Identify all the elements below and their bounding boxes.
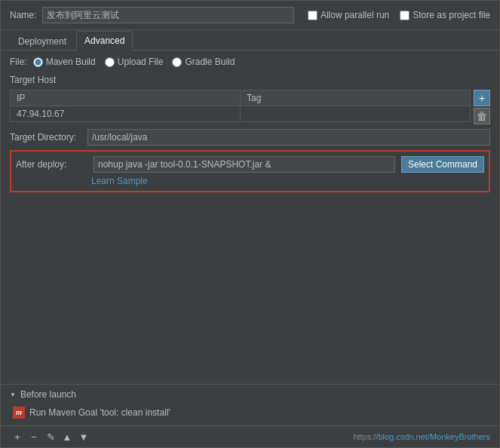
after-deploy-row: After deploy: Select Command [16, 156, 484, 173]
table-buttons: + 🗑 [474, 90, 490, 124]
upload-file-radio[interactable]: Upload File [105, 57, 164, 67]
add-button[interactable]: + [10, 429, 25, 444]
host-table-wrapper: IP Tag 47.94.10.67 + 🗑 [10, 90, 490, 124]
down-button[interactable]: ▼ [76, 429, 91, 444]
store-project-label: Store as project file [413, 10, 490, 20]
header-row: Name: Allow parallel run Store as projec… [1, 1, 499, 30]
store-project-checkbox[interactable]: Store as project file [400, 10, 490, 20]
delete-icon: 🗑 [477, 111, 487, 121]
allow-parallel-input[interactable] [308, 11, 317, 20]
before-launch-section: ▼ Before launch m Run Maven Goal 'tool: … [1, 384, 499, 425]
maven-icon: m [13, 407, 25, 419]
maven-build-label: Maven Build [46, 57, 96, 67]
target-directory-row: Target Directory: [10, 129, 490, 146]
table-header: IP Tag [11, 91, 470, 106]
tab-deployment[interactable]: Deployment [10, 32, 75, 51]
after-deploy-input[interactable] [94, 156, 395, 173]
upload-file-label: Upload File [118, 57, 164, 67]
tab-advanced[interactable]: Advanced [76, 31, 133, 51]
after-deploy-label: After deploy: [16, 159, 87, 170]
select-command-button[interactable]: Select Command [401, 156, 484, 173]
edit-button[interactable]: ✎ [43, 429, 58, 444]
run-configuration-dialog: Name: Allow parallel run Store as projec… [0, 0, 500, 448]
watermark: https://blog.csdn.net/MonkeyBrothers [353, 432, 490, 441]
name-label: Name: [10, 10, 36, 20]
name-input[interactable] [42, 7, 294, 23]
remove-button[interactable]: − [26, 429, 41, 444]
before-launch-item: m Run Maven Goal 'tool: clean install' [10, 404, 490, 421]
target-host-table: IP Tag 47.94.10.67 [10, 90, 471, 122]
header-checkboxes: Allow parallel run Store as project file [308, 10, 490, 20]
bottom-buttons: + − ✎ ▲ ▼ [10, 429, 91, 444]
tabs-row: Deployment Advanced [1, 30, 499, 51]
gradle-build-radio[interactable]: Gradle Build [172, 57, 235, 67]
bottom-toolbar: + − ✎ ▲ ▼ https://blog.csdn.net/MonkeyBr… [1, 425, 499, 447]
ip-column-header: IP [11, 91, 241, 106]
add-host-button[interactable]: + [474, 90, 490, 106]
before-launch-title: Before launch [20, 389, 76, 400]
collapse-icon: ▼ [10, 391, 16, 398]
tag-cell[interactable] [241, 106, 470, 121]
target-directory-label: Target Directory: [10, 132, 81, 143]
after-deploy-section: After deploy: Select Command Learn Sampl… [10, 150, 490, 192]
target-host-title: Target Host [10, 75, 490, 85]
maven-build-radio[interactable]: Maven Build [33, 57, 96, 67]
ip-cell[interactable]: 47.94.10.67 [11, 106, 241, 121]
learn-sample-link[interactable]: Learn Sample [91, 176, 484, 186]
main-content: File: Maven Build Upload File Gradle Bui… [1, 51, 499, 384]
spacer [10, 197, 490, 378]
target-directory-input[interactable] [87, 129, 490, 146]
gradle-build-label: Gradle Build [185, 57, 235, 67]
table-body: 47.94.10.67 [11, 106, 470, 121]
delete-host-button[interactable]: 🗑 [474, 108, 490, 124]
file-label: File: [10, 57, 27, 67]
file-radio-group: Maven Build Upload File Gradle Build [33, 57, 235, 67]
before-launch-item-label: Run Maven Goal 'tool: clean install' [29, 407, 170, 418]
up-button[interactable]: ▲ [60, 429, 75, 444]
store-project-input[interactable] [400, 11, 410, 20]
before-launch-header[interactable]: ▼ Before launch [10, 389, 490, 400]
tag-column-header: Tag [241, 91, 470, 106]
watermark-link[interactable]: blog.csdn.net/MonkeyBrothers [378, 432, 490, 441]
allow-parallel-checkbox[interactable]: Allow parallel run [308, 10, 389, 20]
file-row: File: Maven Build Upload File Gradle Bui… [10, 57, 490, 67]
allow-parallel-label: Allow parallel run [321, 10, 389, 20]
